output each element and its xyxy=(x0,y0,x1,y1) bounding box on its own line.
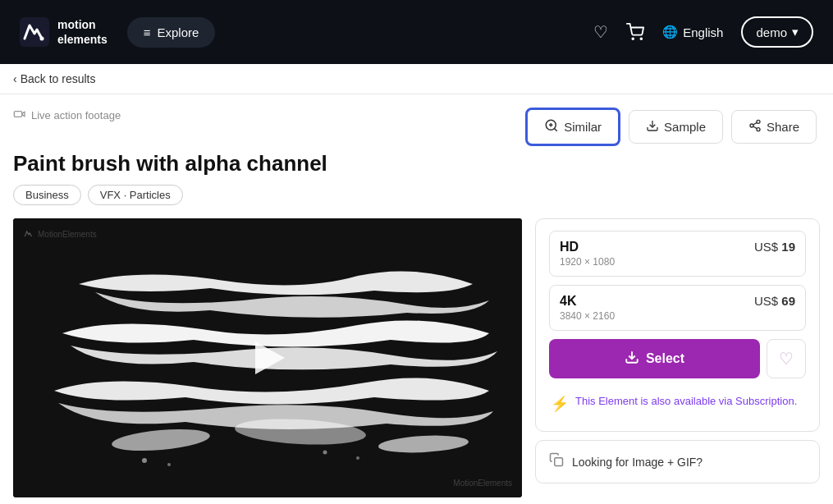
video-player[interactable]: MotionElements MotionElements xyxy=(13,218,522,497)
cart-icon[interactable] xyxy=(626,23,644,41)
svg-line-10 xyxy=(753,126,757,129)
video-camera-icon xyxy=(13,108,26,123)
language-selector[interactable]: 🌐 English xyxy=(662,25,723,39)
favorites-icon[interactable]: ♡ xyxy=(593,22,608,42)
hd-pricing-row[interactable]: HD 1920 × 1080 US$ 19 xyxy=(549,231,806,277)
top-action-row: Live action footage Similar Sample xyxy=(13,108,817,146)
globe-icon: 🌐 xyxy=(662,25,678,39)
subscription-notice: ⚡ This Element is also available via Sub… xyxy=(549,387,806,419)
pricing-sidebar: HD 1920 × 1080 US$ 19 4K 3840 × 2160 US$… xyxy=(535,218,820,497)
svg-point-1 xyxy=(40,37,44,41)
svg-point-2 xyxy=(633,38,634,39)
share-icon xyxy=(748,119,762,135)
back-arrow-icon: ‹ xyxy=(13,72,17,85)
4k-pricing-row[interactable]: 4K 3840 × 2160 US$ 69 xyxy=(549,285,806,331)
tag-business[interactable]: Business xyxy=(13,185,81,205)
hamburger-icon: ≡ xyxy=(144,25,151,39)
svg-line-11 xyxy=(753,122,757,125)
header: motion elements ≡ Explore ♡ 🌐 English de… xyxy=(0,0,833,64)
svg-point-16 xyxy=(142,458,147,463)
sample-button[interactable]: Sample xyxy=(629,110,723,144)
svg-rect-4 xyxy=(14,112,21,117)
svg-point-17 xyxy=(167,463,171,466)
download-icon xyxy=(646,119,659,135)
gif-card[interactable]: Looking for Image + GIF? xyxy=(535,440,820,483)
hd-price: US$ 19 xyxy=(754,240,795,254)
tags-row: Business VFX · Particles xyxy=(13,185,817,205)
similar-button[interactable]: Similar xyxy=(525,108,620,146)
bolt-icon: ⚡ xyxy=(551,395,569,413)
wishlist-button[interactable]: ♡ xyxy=(767,339,806,378)
svg-rect-21 xyxy=(555,458,563,466)
play-button[interactable] xyxy=(243,333,292,383)
main-layout: MotionElements MotionElements HD 1920 × … xyxy=(0,218,833,504)
similar-search-icon xyxy=(544,118,559,135)
svg-point-9 xyxy=(757,128,760,131)
logo-text: motion elements xyxy=(57,17,108,47)
user-menu-button[interactable]: demo ▾ xyxy=(741,16,813,48)
file-copy-icon xyxy=(549,452,564,471)
select-row: Select ♡ xyxy=(549,339,806,378)
4k-price: US$ 69 xyxy=(754,294,795,308)
header-icons: ♡ 🌐 English demo ▾ xyxy=(593,16,813,48)
content-area: Live action footage Similar Sample xyxy=(0,94,833,218)
heart-icon: ♡ xyxy=(779,349,794,369)
page-title: Paint brush with alpha channel xyxy=(13,151,817,176)
svg-point-19 xyxy=(356,456,359,460)
back-to-results-link[interactable]: ‹ Back to results xyxy=(13,72,820,85)
tag-vfx[interactable]: VFX · Particles xyxy=(88,185,183,205)
chevron-down-icon: ▾ xyxy=(792,25,799,39)
watermark-top-left: MotionElements xyxy=(23,228,97,240)
svg-point-18 xyxy=(323,451,327,455)
logo-icon xyxy=(20,17,49,47)
watermark-bottom-right: MotionElements xyxy=(453,478,512,488)
logo: motion elements xyxy=(20,17,108,47)
select-button[interactable]: Select xyxy=(549,339,760,378)
svg-point-8 xyxy=(750,124,753,127)
share-button[interactable]: Share xyxy=(731,110,817,144)
svg-point-7 xyxy=(757,120,760,123)
action-buttons: Similar Sample Share xyxy=(525,108,817,146)
explore-button[interactable]: ≡ Explore xyxy=(127,17,216,48)
breadcrumb-bar: ‹ Back to results xyxy=(0,64,833,94)
pricing-card: HD 1920 × 1080 US$ 19 4K 3840 × 2160 US$… xyxy=(535,218,820,432)
svg-point-3 xyxy=(641,38,643,39)
category-label: Live action footage xyxy=(13,108,121,123)
download-select-icon xyxy=(625,350,639,368)
